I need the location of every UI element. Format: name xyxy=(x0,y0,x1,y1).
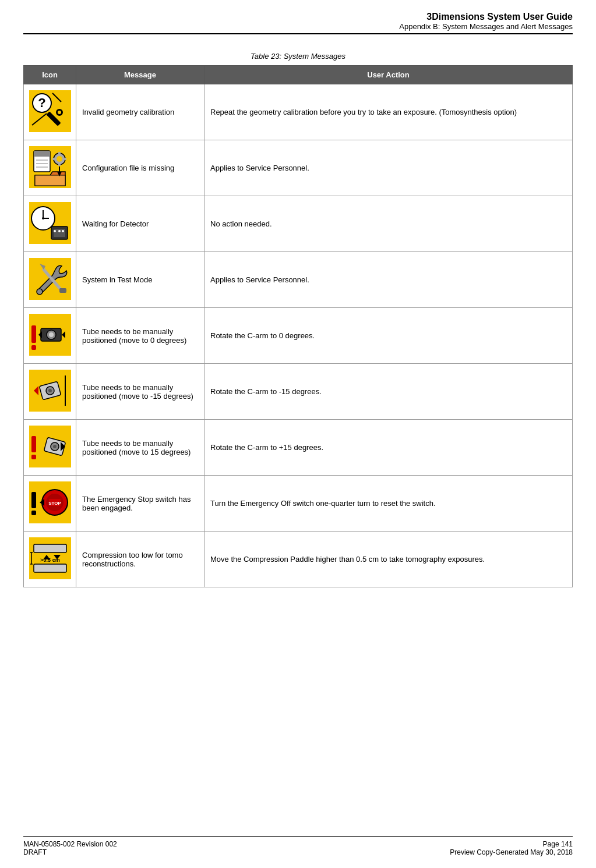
table-row: ? Invalid geometry calibrationRepeat the… xyxy=(24,84,573,140)
action-cell-3: Applies to Service Personnel. xyxy=(204,252,573,308)
svg-text:?: ? xyxy=(38,95,45,110)
message-cell-1: Configuration file is missing xyxy=(76,140,204,196)
message-cell-0: Invalid geometry calibration xyxy=(76,84,204,140)
action-cell-5: Rotate the C-arm to -15 degrees. xyxy=(204,364,573,420)
footer-right: Page 141 Preview Copy-Generated May 30, … xyxy=(450,840,573,856)
svg-rect-17 xyxy=(58,163,61,166)
table-row: System in Test ModeApplies to Service Pe… xyxy=(24,252,573,308)
col-icon: Icon xyxy=(24,66,76,84)
svg-point-42 xyxy=(49,332,54,337)
action-cell-4: Rotate the C-arm to 0 degrees. xyxy=(204,308,573,364)
table-row: Tube needs to be manually positioned (mo… xyxy=(24,420,573,476)
icon-cell-tube-0deg xyxy=(24,308,76,364)
message-cell-4: Tube needs to be manually positioned (mo… xyxy=(76,308,204,364)
table-caption: Table 23: System Messages xyxy=(23,52,573,61)
icon-cell-tube-neg15 xyxy=(24,364,76,420)
svg-rect-53 xyxy=(31,455,36,459)
svg-rect-18 xyxy=(52,158,55,160)
table-row: Tube needs to be manually positioned (mo… xyxy=(24,364,573,420)
icon-cell-tube-pos15 xyxy=(24,420,76,476)
message-cell-5: Tube needs to be manually positioned (mo… xyxy=(76,364,204,420)
svg-text:STOP: STOP xyxy=(48,501,61,506)
table-row: Waiting for DetectorNo action needed. xyxy=(24,196,573,252)
svg-point-15 xyxy=(57,156,62,162)
document-subtitle: Appendix B: System Messages and Alert Me… xyxy=(23,22,573,31)
svg-rect-36 xyxy=(59,288,66,293)
svg-rect-19 xyxy=(64,158,66,160)
icon-cell-waiting-detector xyxy=(24,196,76,252)
svg-point-33 xyxy=(37,289,43,295)
icon-cell-emergency-stop: STOP xyxy=(24,476,76,532)
message-cell-6: Tube needs to be manually positioned (mo… xyxy=(76,420,204,476)
message-cell-2: Waiting for Detector xyxy=(76,196,204,252)
svg-rect-69 xyxy=(34,564,66,572)
system-messages-table: Icon Message User Action ? Invalid geome… xyxy=(23,65,573,587)
svg-point-30 xyxy=(58,230,61,232)
svg-rect-16 xyxy=(58,152,61,155)
page-footer: MAN-05085-002 Revision 002 DRAFT Page 14… xyxy=(23,836,573,856)
page-header: 3Dimensions System User Guide Appendix B… xyxy=(23,12,573,34)
svg-rect-59 xyxy=(31,492,36,508)
table-row: Tube needs to be manually positioned (mo… xyxy=(24,308,573,364)
svg-point-29 xyxy=(54,230,56,232)
table-row: STOP The Emergency Stop switch has been … xyxy=(24,476,573,532)
table-header-row: Icon Message User Action xyxy=(24,66,573,84)
svg-point-26 xyxy=(42,217,44,219)
action-cell-2: No action needed. xyxy=(204,196,573,252)
table-row: >0.5 cm Compression too low for tomo rec… xyxy=(24,532,573,587)
svg-rect-38 xyxy=(31,325,36,343)
icon-cell-compression-low: >0.5 cm xyxy=(24,532,76,587)
svg-point-31 xyxy=(62,230,64,232)
icon-cell-invalid-geometry: ? xyxy=(24,84,76,140)
icon-cell-config-missing xyxy=(24,140,76,196)
message-cell-8: Compression too low for tomo reconstruct… xyxy=(76,532,204,587)
svg-rect-68 xyxy=(34,544,66,552)
svg-rect-39 xyxy=(31,345,36,350)
action-cell-8: Move the Compression Paddle higher than … xyxy=(204,532,573,587)
action-cell-1: Applies to Service Personnel. xyxy=(204,140,573,196)
footer-left: MAN-05085-002 Revision 002 DRAFT xyxy=(23,840,117,856)
svg-rect-52 xyxy=(31,436,36,452)
svg-rect-10 xyxy=(34,151,50,157)
action-cell-6: Rotate the C-arm to +15 degrees. xyxy=(204,420,573,476)
action-cell-0: Repeat the geometry calibration before y… xyxy=(204,84,573,140)
svg-rect-60 xyxy=(31,511,36,515)
col-message: Message xyxy=(76,66,204,84)
table-row: Configuration file is missingApplies to … xyxy=(24,140,573,196)
message-cell-7: The Emergency Stop switch has been engag… xyxy=(76,476,204,532)
icon-cell-test-mode xyxy=(24,252,76,308)
col-action: User Action xyxy=(204,66,573,84)
svg-point-5 xyxy=(58,111,61,114)
message-cell-3: System in Test Mode xyxy=(76,252,204,308)
action-cell-7: Turn the Emergency Off switch one-quarte… xyxy=(204,476,573,532)
document-title: 3Dimensions System User Guide xyxy=(23,12,573,22)
